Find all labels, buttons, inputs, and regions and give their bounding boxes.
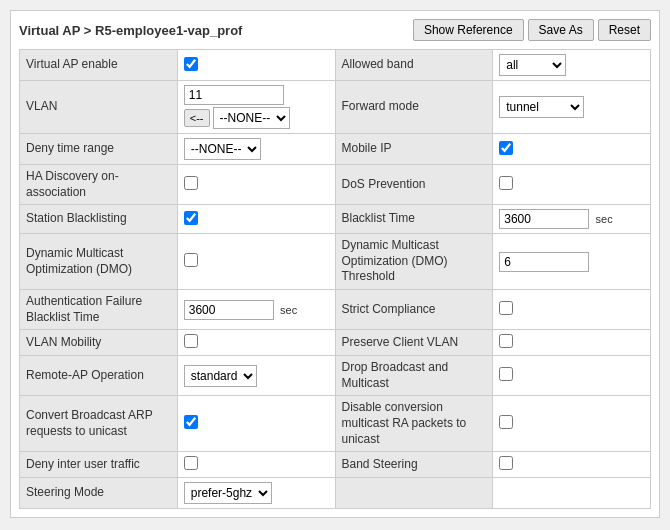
auth-failure-blacklist-input[interactable] — [184, 300, 274, 320]
table-row: HA Discovery on-association DoS Preventi… — [20, 165, 651, 205]
blacklist-time-value: sec — [493, 205, 651, 234]
drop-broadcast-label: Drop Broadcast and Multicast — [335, 356, 493, 396]
deny-time-range-value: --NONE-- — [177, 134, 335, 165]
dos-prevention-label: DoS Prevention — [335, 165, 493, 205]
virtual-ap-enable-value — [177, 50, 335, 81]
table-row: Authentication Failure Blacklist Time se… — [20, 289, 651, 329]
disable-conversion-multicast-value — [493, 396, 651, 452]
station-blacklisting-value — [177, 205, 335, 234]
empty-label-right — [335, 478, 493, 509]
remote-ap-label: Remote-AP Operation — [20, 356, 178, 396]
deny-inter-user-checkbox[interactable] — [184, 456, 198, 470]
deny-inter-user-label: Deny inter user traffic — [20, 452, 178, 478]
vlan-control: <-- --NONE-- — [184, 85, 329, 129]
band-steering-value — [493, 452, 651, 478]
allowed-band-select[interactable]: all 2.4GHz 5GHz — [499, 54, 566, 76]
strict-compliance-label: Strict Compliance — [335, 289, 493, 329]
ha-discovery-value — [177, 165, 335, 205]
preserve-client-vlan-label: Preserve Client VLAN — [335, 330, 493, 356]
dmo-value — [177, 234, 335, 290]
breadcrumb-part1: Virtual AP — [19, 23, 80, 38]
deny-inter-user-value — [177, 452, 335, 478]
disable-conversion-multicast-label: Disable conversion multicast RA packets … — [335, 396, 493, 452]
ha-discovery-checkbox[interactable] — [184, 176, 198, 190]
preserve-client-vlan-checkbox[interactable] — [499, 334, 513, 348]
table-row: Deny time range --NONE-- Mobile IP — [20, 134, 651, 165]
empty-value-right — [493, 478, 651, 509]
dmo-threshold-input[interactable] — [499, 252, 589, 272]
blacklist-time-label: Blacklist Time — [335, 205, 493, 234]
vlan-value: <-- --NONE-- — [177, 81, 335, 134]
vlan-mobility-value — [177, 330, 335, 356]
band-steering-checkbox[interactable] — [499, 456, 513, 470]
table-row: VLAN Mobility Preserve Client VLAN — [20, 330, 651, 356]
strict-compliance-checkbox[interactable] — [499, 301, 513, 315]
table-row: Station Blacklisting Blacklist Time sec — [20, 205, 651, 234]
table-row: Remote-AP Operation standard backup alwa… — [20, 356, 651, 396]
virtual-ap-enable-checkbox[interactable] — [184, 57, 198, 71]
allowed-band-label: Allowed band — [335, 50, 493, 81]
show-reference-button[interactable]: Show Reference — [413, 19, 524, 41]
deny-time-range-label: Deny time range — [20, 134, 178, 165]
mobile-ip-value — [493, 134, 651, 165]
auth-failure-unit: sec — [280, 304, 297, 316]
blacklist-time-unit: sec — [596, 213, 613, 225]
disable-conversion-multicast-checkbox[interactable] — [499, 415, 513, 429]
vlan-mobility-label: VLAN Mobility — [20, 330, 178, 356]
preserve-client-vlan-value — [493, 330, 651, 356]
steering-mode-select[interactable]: prefer-5ghz force-5ghz prefer-2ghz — [184, 482, 272, 504]
drop-broadcast-value — [493, 356, 651, 396]
auth-failure-blacklist-value: sec — [177, 289, 335, 329]
virtual-ap-enable-label: Virtual AP enable — [20, 50, 178, 81]
dmo-label: Dynamic Multicast Optimization (DMO) — [20, 234, 178, 290]
convert-broadcast-arp-value — [177, 396, 335, 452]
dmo-threshold-value — [493, 234, 651, 290]
drop-broadcast-checkbox[interactable] — [499, 367, 513, 381]
dos-prevention-value — [493, 165, 651, 205]
vlan-label: VLAN — [20, 81, 178, 134]
mobile-ip-label: Mobile IP — [335, 134, 493, 165]
table-row: Virtual AP enable Allowed band all 2.4GH… — [20, 50, 651, 81]
vlan-mobility-checkbox[interactable] — [184, 334, 198, 348]
table-row: VLAN <-- --NONE-- Forward mode tunnel br… — [20, 81, 651, 134]
allowed-band-value: all 2.4GHz 5GHz — [493, 50, 651, 81]
steering-mode-value: prefer-5ghz force-5ghz prefer-2ghz — [177, 478, 335, 509]
forward-mode-select[interactable]: tunnel bridge split-tunnel — [499, 96, 584, 118]
dmo-threshold-label: Dynamic Multicast Optimization (DMO) Thr… — [335, 234, 493, 290]
dmo-checkbox[interactable] — [184, 253, 198, 267]
vlan-back-button[interactable]: <-- — [184, 109, 210, 127]
vlan-none-select[interactable]: --NONE-- — [213, 107, 290, 129]
table-row: Steering Mode prefer-5ghz force-5ghz pre… — [20, 478, 651, 509]
settings-table: Virtual AP enable Allowed band all 2.4GH… — [19, 49, 651, 509]
vlan-input[interactable] — [184, 85, 284, 105]
forward-mode-value: tunnel bridge split-tunnel — [493, 81, 651, 134]
table-row: Dynamic Multicast Optimization (DMO) Dyn… — [20, 234, 651, 290]
breadcrumb: Virtual AP > R5-employee1-vap_prof — [19, 23, 242, 38]
convert-broadcast-arp-checkbox[interactable] — [184, 415, 198, 429]
strict-compliance-value — [493, 289, 651, 329]
dos-prevention-checkbox[interactable] — [499, 176, 513, 190]
breadcrumb-part2: R5-employee1-vap_prof — [95, 23, 242, 38]
steering-mode-label: Steering Mode — [20, 478, 178, 509]
band-steering-label: Band Steering — [335, 452, 493, 478]
auth-failure-blacklist-label: Authentication Failure Blacklist Time — [20, 289, 178, 329]
deny-time-range-select[interactable]: --NONE-- — [184, 138, 261, 160]
station-blacklisting-checkbox[interactable] — [184, 211, 198, 225]
forward-mode-label: Forward mode — [335, 81, 493, 134]
blacklist-time-input[interactable] — [499, 209, 589, 229]
main-container: Virtual AP > R5-employee1-vap_prof Show … — [10, 10, 660, 518]
top-buttons: Show Reference Save As Reset — [413, 19, 651, 41]
breadcrumb-separator: > — [80, 23, 95, 38]
ha-discovery-label: HA Discovery on-association — [20, 165, 178, 205]
mobile-ip-checkbox[interactable] — [499, 141, 513, 155]
remote-ap-value: standard backup always — [177, 356, 335, 396]
vlan-inner: <-- --NONE-- — [184, 107, 329, 129]
table-row: Convert Broadcast ARP requests to unicas… — [20, 396, 651, 452]
save-as-button[interactable]: Save As — [528, 19, 594, 41]
convert-broadcast-arp-label: Convert Broadcast ARP requests to unicas… — [20, 396, 178, 452]
reset-button[interactable]: Reset — [598, 19, 651, 41]
remote-ap-select[interactable]: standard backup always — [184, 365, 257, 387]
top-bar: Virtual AP > R5-employee1-vap_prof Show … — [19, 19, 651, 41]
table-row: Deny inter user traffic Band Steering — [20, 452, 651, 478]
station-blacklisting-label: Station Blacklisting — [20, 205, 178, 234]
